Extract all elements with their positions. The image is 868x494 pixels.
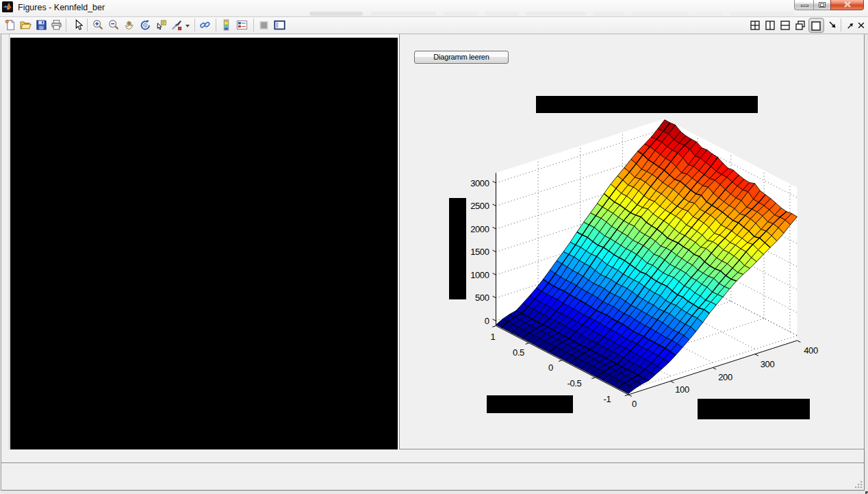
svg-text:0: 0 (485, 316, 489, 326)
svg-text:2000: 2000 (470, 224, 489, 234)
svg-text:1: 1 (491, 332, 496, 342)
svg-text:300: 300 (761, 359, 775, 369)
svg-text:2500: 2500 (470, 201, 489, 211)
svg-text:1000: 1000 (470, 270, 489, 280)
svg-text:400: 400 (804, 345, 818, 356)
svg-text:0: 0 (632, 399, 637, 409)
svg-text:-1: -1 (604, 394, 611, 404)
svg-text:0.5: 0.5 (513, 347, 524, 358)
svg-text:500: 500 (475, 293, 489, 303)
svg-text:1500: 1500 (470, 247, 489, 257)
svg-text:200: 200 (718, 372, 732, 382)
svg-text:3000: 3000 (470, 178, 489, 188)
svg-text:-0.5: -0.5 (567, 378, 582, 388)
svg-text:0: 0 (548, 362, 553, 373)
svg-text:100: 100 (675, 384, 689, 395)
